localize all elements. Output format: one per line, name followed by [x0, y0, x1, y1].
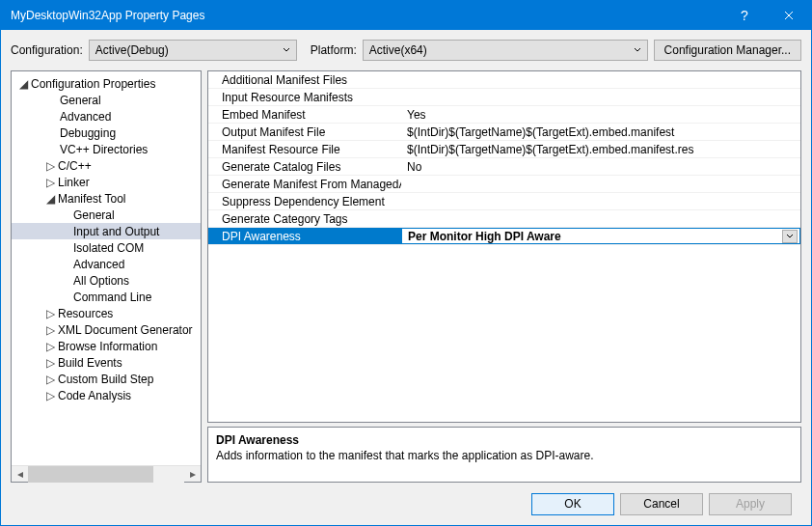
description-box: DPI Awareness Adds information to the ma… [207, 427, 801, 483]
right-column: Additional Manifest Files Input Resource… [207, 70, 801, 483]
close-button[interactable] [767, 1, 811, 30]
arrow-collapsed-icon: ▷ [44, 389, 56, 402]
window-title: MyDesktopWin32App Property Pages [11, 9, 722, 22]
tree-item[interactable]: VC++ Directories [12, 141, 201, 157]
grid-row[interactable]: Output Manifest File$(IntDir)$(TargetNam… [208, 124, 800, 141]
arrow-collapsed-icon: ▷ [44, 356, 56, 370]
tree-item[interactable]: ▷C/C++ [12, 157, 201, 174]
chevron-down-icon [786, 233, 794, 240]
tree-item[interactable]: Debugging [12, 125, 201, 141]
grid-row[interactable]: Manifest Resource File$(IntDir)$(TargetN… [208, 141, 800, 158]
arrow-collapsed-icon: ▷ [44, 373, 56, 386]
tree-item[interactable]: ▷Resources [12, 305, 201, 321]
tree-root[interactable]: ◢ Configuration Properties [12, 75, 201, 92]
arrow-collapsed-icon: ▷ [44, 323, 56, 337]
scroll-left-icon[interactable]: ◂ [12, 466, 28, 483]
ok-button[interactable]: OK [531, 493, 614, 515]
platform-label: Platform: [311, 43, 357, 57]
tree-item[interactable]: Advanced [12, 108, 201, 125]
platform-combo[interactable]: Active(x64) [363, 40, 648, 61]
arrow-collapsed-icon: ▷ [44, 159, 56, 173]
help-icon: ? [741, 8, 748, 23]
property-grid[interactable]: Additional Manifest Files Input Resource… [207, 70, 801, 423]
configuration-value: Active(Debug) [95, 43, 169, 57]
dropdown-button[interactable] [782, 230, 798, 243]
tree-item[interactable]: Command Line [12, 289, 201, 305]
grid-row[interactable]: Input Resource Manifests [208, 89, 800, 106]
platform-value: Active(x64) [369, 43, 427, 57]
arrow-expanded-icon: ◢ [17, 77, 29, 91]
grid-row[interactable]: Additional Manifest Files [208, 71, 800, 89]
tree-item[interactable]: Isolated COM [12, 239, 201, 256]
arrow-collapsed-icon: ▷ [44, 307, 56, 320]
grid-row[interactable]: Generate Catalog FilesNo [208, 158, 800, 176]
tree-item[interactable]: ▷Code Analysis [12, 387, 201, 403]
dialog-footer: OK Cancel Apply [11, 483, 801, 525]
arrow-collapsed-icon: ▷ [44, 176, 56, 189]
description-text: Adds information to the manifest that ma… [216, 449, 793, 462]
chevron-down-icon [283, 43, 290, 57]
scroll-right-icon[interactable]: ▸ [184, 466, 201, 483]
arrow-expanded-icon: ◢ [44, 192, 56, 206]
cancel-button[interactable]: Cancel [620, 493, 703, 515]
configuration-combo[interactable]: Active(Debug) [89, 40, 297, 61]
nav-tree[interactable]: ◢ Configuration Properties General Advan… [11, 70, 202, 483]
tree-item[interactable]: ▷Custom Build Step [12, 371, 201, 387]
configuration-label: Configuration: [11, 43, 83, 57]
description-title: DPI Awareness [216, 433, 793, 447]
help-button[interactable]: ? [722, 1, 767, 30]
grid-row-selected[interactable]: DPI Awareness Per Monitor High DPI Aware [208, 228, 800, 245]
tree-item[interactable]: Advanced [12, 256, 201, 272]
dialog-content: Configuration: Active(Debug) Platform: A… [1, 30, 811, 525]
close-icon [784, 11, 794, 20]
grid-row[interactable]: Suppress Dependency Element [208, 193, 800, 210]
titlebar[interactable]: MyDesktopWin32App Property Pages ? [1, 1, 811, 30]
tree-item-manifest-tool[interactable]: ◢Manifest Tool [12, 190, 201, 207]
apply-button[interactable]: Apply [709, 493, 792, 515]
tree-item[interactable]: General [12, 92, 201, 108]
tree-item[interactable]: General [12, 207, 201, 223]
horizontal-scrollbar[interactable]: ◂ ▸ [12, 465, 201, 482]
scroll-thumb[interactable] [28, 466, 153, 483]
grid-row[interactable]: Generate Manifest From ManagedAssembly [208, 176, 800, 193]
configuration-manager-button[interactable]: Configuration Manager... [654, 40, 801, 61]
tree-item[interactable]: All Options [12, 272, 201, 289]
config-row: Configuration: Active(Debug) Platform: A… [11, 40, 801, 61]
tree-body: ◢ Configuration Properties General Advan… [12, 71, 201, 465]
grid-row[interactable]: Embed ManifestYes [208, 106, 800, 124]
tree-item[interactable]: ▷XML Document Generator [12, 321, 201, 338]
grid-row[interactable]: Generate Category Tags [208, 210, 800, 228]
dpi-awareness-dropdown[interactable]: Per Monitor High DPI Aware [401, 228, 800, 244]
arrow-collapsed-icon: ▷ [44, 340, 56, 353]
chevron-down-icon [634, 43, 641, 57]
scroll-track[interactable] [28, 466, 184, 483]
tree-item[interactable]: ▷Linker [12, 174, 201, 190]
tree-item[interactable]: ▷Browse Information [12, 338, 201, 354]
tree-item-selected[interactable]: Input and Output [12, 223, 201, 239]
main-area: ◢ Configuration Properties General Advan… [11, 70, 801, 483]
tree-item[interactable]: ▷Build Events [12, 354, 201, 371]
